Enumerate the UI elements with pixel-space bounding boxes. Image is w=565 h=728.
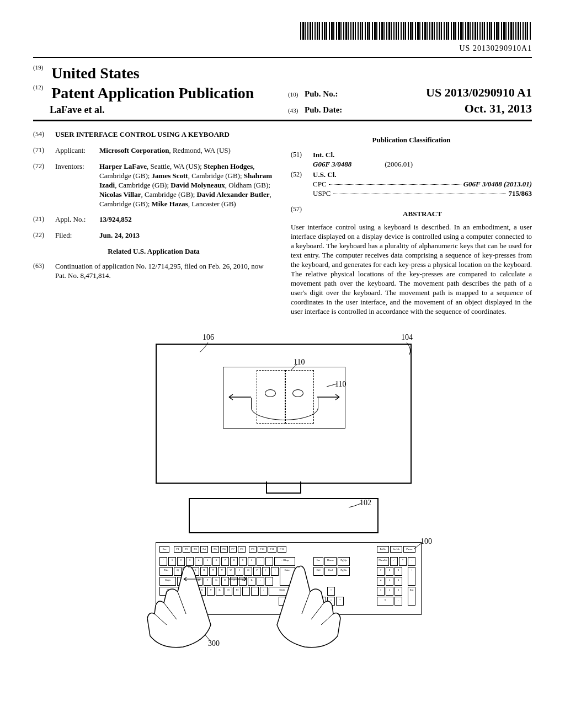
monitor-frame — [156, 344, 412, 484]
field-63: (63) Continuation of application No. 12/… — [33, 262, 274, 281]
pub-type: Patent Application Publication — [51, 84, 254, 101]
field-71: (71) Applicant: Microsoft Corporation, R… — [33, 146, 274, 156]
code-43: (43) — [288, 106, 305, 114]
code-19: (19) — [33, 63, 50, 71]
abstract: User interface control using a keyboard … — [291, 223, 532, 316]
hand-right-icon — [249, 564, 349, 652]
barcode-icon — [300, 22, 532, 40]
code-12: (12) — [33, 83, 50, 91]
barcode-area: US 20130290910A1 — [33, 22, 532, 53]
authors-line: LaFave et al. — [50, 104, 104, 115]
left-column: (54) USER INTERFACE CONTROL USING A KEYB… — [33, 130, 274, 316]
divider-thick — [33, 120, 532, 121]
code-10: (10) — [288, 90, 305, 98]
title: USER INTERFACE CONTROL USING A KEYBOARD — [55, 130, 274, 140]
field-22: (22) Filed: Jun. 24, 2013 — [33, 231, 274, 240]
doc-number: US 20130290910A1 — [33, 44, 532, 53]
pub-date: Oct. 31, 2013 — [465, 101, 532, 117]
body: (54) USER INTERFACE CONTROL USING A KEYB… — [33, 130, 532, 316]
field-51: (51) Int. Cl. G06F 3/0488 (2006.01) — [291, 151, 532, 169]
abstract-title: ABSTRACT — [313, 210, 532, 219]
figure: 106 104 110 110 102 100 112 300 — [33, 333, 532, 655]
classification-title: Publication Classification — [291, 136, 532, 145]
arrow-right-icon — [315, 394, 342, 400]
field-52: (52) U.S. Cl. CPC G06F 3/0488 (2013.01) … — [291, 170, 532, 199]
pubno-label: Pub. No.: — [305, 89, 338, 100]
arrow-right-small-icon — [227, 577, 249, 581]
right-column: Publication Classification (51) Int. Cl.… — [291, 130, 532, 316]
header: (19) United States (12) Patent Applicati… — [33, 63, 532, 116]
country: United States — [51, 65, 139, 82]
related-title: Related U.S. Application Data — [33, 247, 274, 256]
pubdate-label: Pub. Date: — [305, 105, 342, 116]
field-54: (54) USER INTERFACE CONTROL USING A KEYB… — [33, 130, 274, 140]
screen-window — [223, 367, 345, 429]
pub-no: US 2013/0290910 A1 — [426, 85, 532, 101]
field-21: (21) Appl. No.: 13/924,852 — [33, 215, 274, 224]
divider — [33, 57, 532, 58]
field-72: (72) Inventors: Harper LaFave, Seattle, … — [33, 162, 274, 208]
inventors: Harper LaFave, Seattle, WA (US); Stephen… — [99, 162, 274, 208]
arrow-left-icon — [226, 394, 254, 400]
arrow-left-small-icon — [182, 577, 204, 581]
monitor-stand — [266, 481, 301, 494]
